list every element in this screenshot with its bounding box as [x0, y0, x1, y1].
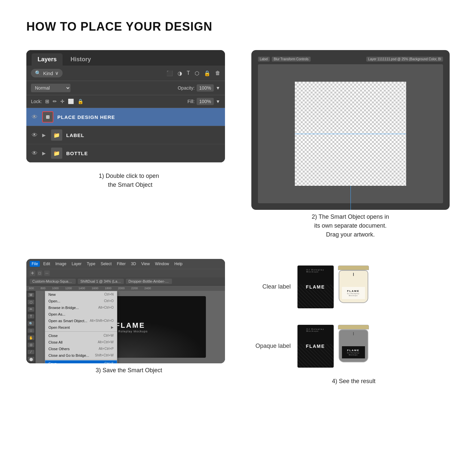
step1-cell: Layers History 🔍 Kind ∨ ⬛ ◑ T ⬡ 🔒 🗑	[26, 50, 225, 239]
tool-icon-9[interactable]: ∕	[28, 350, 34, 354]
menu-item-closebridge[interactable]: Close and Go to Bridge... Shift+Ctrl+W	[45, 352, 117, 359]
page-title: HOW TO PLACE YOUR DESIGN	[26, 20, 450, 34]
layer3-name: BOTTLE	[66, 151, 88, 156]
tool-move[interactable]: ✛	[30, 270, 35, 276]
menu-item-openrecent[interactable]: Open Recent ▶	[45, 324, 117, 331]
layer1-name: PLACE DESIGN HERE	[57, 114, 115, 120]
menu-type[interactable]: Type	[85, 261, 97, 267]
clear-label-images: FLAME OJ Roleplay Mockups FLAME OJ Rolep…	[297, 266, 370, 308]
ruler-mark-4: 1200	[65, 287, 72, 290]
step2-line2: its own separate document.	[314, 222, 387, 229]
layers-panel-screenshot: Layers History 🔍 Kind ∨ ⬛ ◑ T ⬡ 🔒 🗑	[26, 50, 225, 162]
ps-doc-tab-2[interactable]: ShiftDual 1 @ 34% (Layer 2 c...	[78, 279, 124, 284]
tab-history[interactable]: History	[65, 53, 97, 66]
menu-image[interactable]: Image	[53, 261, 68, 267]
tab-layers[interactable]: Layers	[32, 53, 63, 66]
folder-icon-1: 📁	[53, 132, 60, 138]
fill-group: Fill: 100% ▼	[187, 98, 220, 105]
menu-file[interactable]: File	[30, 261, 40, 267]
menu-item-close[interactable]: Close Ctrl+W	[45, 332, 117, 339]
eye-icon-3[interactable]: 👁	[31, 150, 38, 157]
menu-close-label: Close	[48, 334, 58, 338]
menu-item-closeall[interactable]: Close All Alt+Ctrl+W	[45, 339, 117, 346]
jar-label-opaque: FLAME OJ Roleplay Mockups	[342, 346, 365, 358]
menu-open-label: Open...	[48, 299, 60, 303]
lock-transparent-icon[interactable]: ⊞	[45, 98, 49, 104]
expand-arrow-icon-1[interactable]: ▶	[42, 132, 46, 138]
menu-help[interactable]: Help	[172, 261, 184, 267]
ps-left-toolbar: M ⬡ ✏ T 🔍 □ ✋ ◎ ∕ ⬤	[26, 291, 36, 363]
layer-row-smart-object[interactable]: 👁 ⊞ PLACE DESIGN HERE	[26, 108, 225, 126]
menu-view[interactable]: View	[139, 261, 152, 267]
menu-closebridge-shortcut: Shift+Ctrl+W	[95, 353, 114, 357]
layer-row-label[interactable]: 👁 ▶ 📁 LABEL	[26, 126, 225, 144]
tool-icon-2[interactable]: ⬡	[28, 300, 34, 304]
fill-arrow-icon: ▼	[216, 99, 220, 104]
jar-wick-clear	[353, 273, 354, 276]
menu-item-closeothers[interactable]: Close Others Alt+Ctrl+P	[45, 346, 117, 352]
tool-icon-10[interactable]: ⬤	[28, 357, 34, 361]
expand-arrow-icon-2[interactable]: ▶	[42, 151, 46, 156]
menu-item-save[interactable]: Save Ctrl+S	[45, 360, 117, 363]
menu-closeothers-shortcut: Alt+Ctrl+P	[98, 347, 114, 351]
candle-jar-clear: FLAME OJ Roleplay Mockups	[337, 266, 370, 308]
menu-open-shortcut: Ctrl+O	[104, 299, 114, 303]
eye-icon-1[interactable]: 👁	[31, 113, 38, 121]
menu-layer[interactable]: Layer	[70, 261, 83, 267]
menu-close-shortcut: Ctrl+W	[103, 334, 114, 338]
lock-image-icon[interactable]: ✏	[53, 98, 57, 104]
menu-item-openas[interactable]: Open As...	[45, 311, 117, 318]
menu-window[interactable]: Window	[153, 261, 171, 267]
ps-doc-tab-1[interactable]: Custom-Mockup-Square-.psd	[30, 279, 76, 284]
menu-save-shortcut: Ctrl+S	[104, 362, 114, 363]
menu-item-new[interactable]: New Ctrl+N	[45, 291, 117, 298]
lock-artboard-icon[interactable]: ⬜	[68, 98, 74, 104]
menu-item-bridge[interactable]: Browse in Bridge... Alt+Ctrl+O	[45, 304, 117, 311]
menu-filter[interactable]: Filter	[115, 261, 128, 267]
jar-sub-clear: OJ Roleplay Mockups	[343, 293, 364, 296]
step2-cell: Label Blur Transform Controls Layer 1111…	[251, 50, 450, 239]
tool-options[interactable]: ···	[44, 270, 50, 276]
box-top-text-opaque: OJ Roleplay Mockups	[306, 328, 324, 332]
tool-icon-4[interactable]: T	[28, 314, 34, 319]
menu-item-open[interactable]: Open... Ctrl+O	[45, 298, 117, 304]
ruler-mark-6: 1600	[92, 287, 98, 290]
jar-brand-opaque: FLAME	[347, 349, 360, 352]
tool-icon-7[interactable]: ✋	[28, 335, 34, 340]
fill-value[interactable]: 100%	[197, 98, 214, 105]
eye-icon-2[interactable]: 👁	[31, 131, 38, 139]
tool-icon-6[interactable]: □	[28, 328, 34, 333]
product-showcase: Clear label FLAME OJ Roleplay Mockups	[251, 259, 450, 374]
tool-icon-5[interactable]: 🔍	[28, 321, 34, 326]
menu-edit[interactable]: Edit	[41, 261, 52, 267]
menu-sep-2	[45, 359, 117, 360]
opacity-label: Opacity:	[178, 85, 194, 91]
tool-icon-8[interactable]: ◎	[28, 343, 34, 347]
blend-mode-select[interactable]: Normal	[31, 84, 70, 92]
design-subtitle: OJ Roleplay Mockups	[113, 330, 148, 333]
opaque-label-images: FLAME OJ Roleplay Mockups FLAME OJ Rolep…	[297, 325, 370, 368]
ps-content-area: M ⬡ ✏ T 🔍 □ ✋ ◎ ∕ ⬤ New	[26, 291, 225, 363]
tool-select[interactable]: □	[37, 270, 42, 276]
ps-tab-label-active: Label	[258, 57, 270, 62]
step3-caption: 3) Save the Smart Object	[89, 366, 162, 375]
opacity-value[interactable]: 100%	[197, 84, 214, 92]
search-pill[interactable]: 🔍 Kind ∨	[31, 69, 63, 77]
jar-sub-opaque: OJ Roleplay Mockups	[343, 352, 364, 356]
menu-item-opensmart[interactable]: Open as Smart Object... Alt+Shift+Ctrl+O	[45, 318, 117, 324]
ruler-mark-8: 2000	[118, 287, 125, 290]
layer-row-bottle[interactable]: 👁 ▶ 📁 BOTTLE	[26, 144, 225, 162]
step4-cell: Clear label FLAME OJ Roleplay Mockups	[251, 259, 450, 386]
ps-blur-transform: Blur Transform Controls	[272, 57, 311, 62]
lock-move-icon[interactable]: ✛	[60, 98, 65, 104]
file-dropdown-menu: New Ctrl+N Open... Ctrl+O Browse in Brid…	[45, 291, 117, 363]
opacity-group: Opacity: 100% ▼	[178, 84, 220, 92]
design-brand: FLAME	[115, 321, 145, 330]
menu-3d[interactable]: 3D	[129, 261, 138, 267]
tool-icon-3[interactable]: ✏	[28, 307, 34, 312]
ps-doc-tab-3[interactable]: Dropper-Bottle-Amber-Glass-Plastic-Lid-1…	[126, 279, 172, 284]
tool-icon-1[interactable]: M	[28, 293, 34, 297]
lock-all-icon[interactable]: 🔒	[77, 98, 84, 104]
menu-select[interactable]: Select	[98, 261, 113, 267]
horizontal-guide	[295, 134, 406, 134]
